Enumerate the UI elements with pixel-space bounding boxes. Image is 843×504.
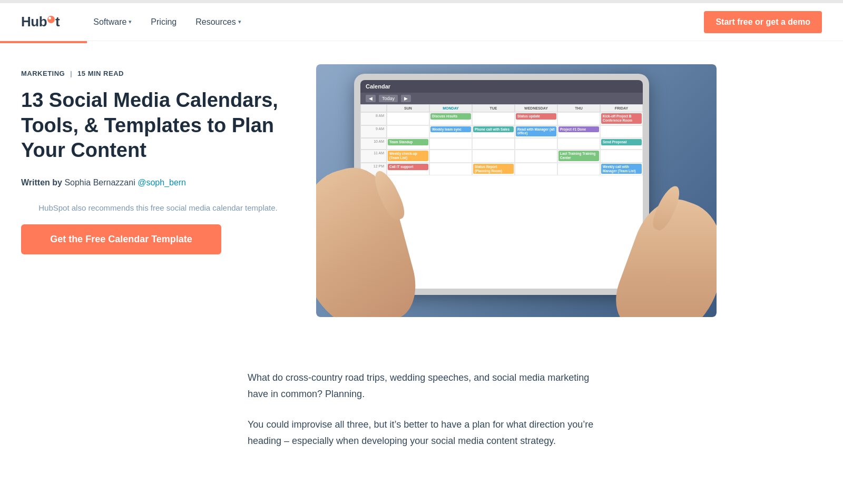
cal-cell-r3-wed xyxy=(515,138,557,150)
cal-header-sun: SUN xyxy=(387,104,429,112)
cal-cell-r2-fri xyxy=(600,125,643,139)
cal-event: Status update xyxy=(516,113,556,120)
navbar: Hubt Software ▾ Pricing Resources ▾ Star… xyxy=(0,3,843,41)
nav-item-software[interactable]: Software ▾ xyxy=(85,13,140,31)
cal-cell-r5-fri: Weekly call with Manager (Team List) xyxy=(600,163,643,176)
cal-cell-r5-wed xyxy=(515,163,557,176)
cal-time-9am: 9 AM xyxy=(360,125,387,139)
cal-cell-r5-sun: Call IT support xyxy=(387,163,429,176)
cal-cell-r1-fri: Kick-off Project B Conference Room xyxy=(600,112,643,125)
cal-cell-r5-mon xyxy=(429,163,472,176)
cal-cell-r3-fri: Send Proposal xyxy=(600,138,643,150)
nav-links: Software ▾ Pricing Resources ▾ xyxy=(85,13,704,31)
article-body: What do cross-country road trips, weddin… xyxy=(227,338,616,495)
toolbar-btn-prev[interactable]: ◀ xyxy=(366,95,376,102)
cal-event: Call IT support xyxy=(388,164,428,170)
logo-text: Hubt xyxy=(21,14,60,30)
cal-event: Last Training Training Center xyxy=(558,151,599,161)
cal-header-fri: FRIDAY xyxy=(600,104,643,112)
cal-cell-r4-thu: Last Training Training Center xyxy=(557,150,600,163)
category-label: MARKETING xyxy=(21,70,65,77)
cal-cell-r5-tue: Status Report (Planning Room) xyxy=(472,163,515,176)
cal-cell-r3-tue xyxy=(472,138,515,150)
cal-cell-r1-sun xyxy=(387,112,429,125)
cal-header-wed: WEDNESDAY xyxy=(515,104,557,112)
cal-event: Weekly call with Manager (Team List) xyxy=(601,164,642,174)
tablet-scene: Calendar ◀ Today ▶ SUN MONDAY xyxy=(316,64,717,317)
cal-cell-r4-wed xyxy=(515,150,557,163)
resources-chevron-icon: ▾ xyxy=(238,18,241,25)
cal-cell-r4-fri xyxy=(600,150,643,163)
cal-cell-r2-wed: Read with Manager (alt office) xyxy=(515,125,557,139)
cal-event: Team Standup xyxy=(388,139,428,145)
author-line: Written by Sophia Bernazzani @soph_bern xyxy=(21,178,295,187)
cal-cell-r2-sun xyxy=(387,125,429,139)
cal-time-10am: 10 AM xyxy=(360,138,387,150)
cal-cell-r5-thu xyxy=(557,163,600,176)
cal-time-8am: 8 AM xyxy=(360,112,387,125)
cal-cell-r3-mon xyxy=(429,138,472,150)
cal-event: Weekly check-up (Team List) xyxy=(388,151,428,161)
cal-cell-r1-wed: Status update xyxy=(515,112,557,125)
logo-spot-icon xyxy=(47,16,55,23)
hero-section: MARKETING | 15 MIN READ 13 Social Media … xyxy=(0,43,738,338)
cal-header-mon: MONDAY xyxy=(429,104,472,112)
recommendation-text: HubSpot also recommends this free social… xyxy=(21,202,295,214)
finger-right xyxy=(649,183,684,233)
cal-event: Kick-off Project B Conference Room xyxy=(601,113,642,124)
author-name: Sophia Bernazzani xyxy=(64,178,138,187)
start-free-button[interactable]: Start free or get a demo xyxy=(704,11,822,33)
scene-bg: Calendar ◀ Today ▶ SUN MONDAY xyxy=(316,64,717,317)
cal-event: Send Proposal xyxy=(601,139,642,145)
cal-cell-r3-thu xyxy=(557,138,600,150)
cal-time-11am: 11 AM xyxy=(360,150,387,163)
hero-left-panel: MARKETING | 15 MIN READ 13 Social Media … xyxy=(21,64,295,254)
calendar-toolbar: ◀ Today ▶ xyxy=(360,93,643,104)
cal-cell-r4-tue xyxy=(472,150,515,163)
cal-header-tue: TUE xyxy=(472,104,515,112)
cal-event: Weekly team sync xyxy=(430,126,471,133)
cal-cell-r1-tue xyxy=(472,112,515,125)
author-handle-link[interactable]: @soph_bern xyxy=(138,178,186,187)
meta-separator: | xyxy=(70,70,72,77)
cal-event: Read with Manager (alt office) xyxy=(516,126,556,137)
cal-event: Status Report (Planning Room) xyxy=(473,164,514,174)
software-chevron-icon: ▾ xyxy=(129,18,132,25)
cal-event: Phone call with Sales xyxy=(473,126,514,133)
cal-cell-r2-mon: Weekly team sync xyxy=(429,125,472,139)
cal-header-thu: THU xyxy=(557,104,600,112)
cal-cell-r1-thu xyxy=(557,112,600,125)
article-para-1: What do cross-country road trips, weddin… xyxy=(248,370,595,402)
hero-image: Calendar ◀ Today ▶ SUN MONDAY xyxy=(316,64,717,317)
toolbar-btn-next[interactable]: ▶ xyxy=(401,95,411,102)
hubspot-logo[interactable]: Hubt xyxy=(21,14,60,30)
article-para-2: You could improvise all three, but it’s … xyxy=(248,417,595,449)
toolbar-btn-today[interactable]: Today xyxy=(379,95,398,102)
read-time-label: 15 MIN READ xyxy=(77,70,124,77)
article-title: 13 Social Media Calendars, Tools, & Temp… xyxy=(21,88,295,163)
cal-event: Project #1 Done xyxy=(558,126,599,133)
calendar-header: Calendar xyxy=(360,80,643,93)
nav-item-resources[interactable]: Resources ▾ xyxy=(187,13,249,31)
get-calendar-template-button[interactable]: Get the Free Calendar Template xyxy=(21,224,221,254)
cal-cell-r2-tue: Phone call with Sales xyxy=(472,125,515,139)
article-meta: MARKETING | 15 MIN READ xyxy=(21,70,295,77)
written-by-label: Written by xyxy=(21,178,64,187)
calendar-title: Calendar xyxy=(366,83,390,90)
cal-cell-r1-mon: Discuss results xyxy=(429,112,472,125)
nav-item-pricing[interactable]: Pricing xyxy=(142,13,185,31)
cal-header-time xyxy=(360,104,387,112)
calendar-grid: SUN MONDAY TUE WEDNESDAY THU FRIDAY 8 AM… xyxy=(360,104,643,175)
cal-event: Discuss results xyxy=(430,113,471,120)
cal-cell-r2-thu: Project #1 Done xyxy=(557,125,600,139)
cal-cell-r4-mon xyxy=(429,150,472,163)
cal-cell-r4-sun: Weekly check-up (Team List) xyxy=(387,150,429,163)
cal-cell-r3-sun: Team Standup xyxy=(387,138,429,150)
